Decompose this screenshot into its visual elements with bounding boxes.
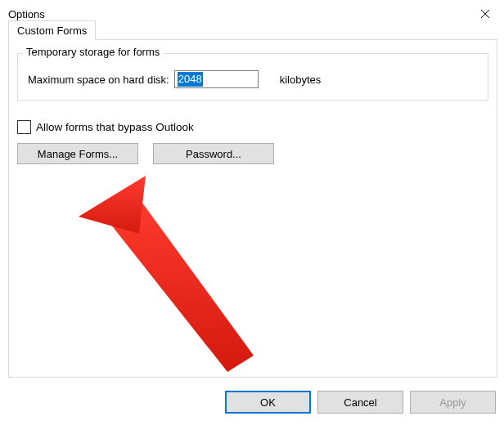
max-space-label: Maximum space on hard disk: (28, 74, 169, 86)
allow-bypass-checkbox[interactable] (17, 120, 31, 134)
unit-label: kilobytes (280, 74, 322, 86)
group-temp-storage: Temporary storage for forms Maximum spac… (17, 53, 488, 101)
tab-custom-forms[interactable]: Custom Forms (8, 20, 96, 41)
apply-button[interactable]: Apply (410, 391, 496, 414)
dialog-footer: OK Cancel Apply (225, 391, 496, 414)
max-space-value: 2048 (178, 72, 203, 87)
close-button[interactable] (466, 0, 504, 28)
ok-button[interactable]: OK (225, 391, 311, 414)
group-legend: Temporary storage for forms (23, 46, 163, 58)
cancel-button[interactable]: Cancel (317, 391, 403, 414)
allow-bypass-label: Allow forms that bypass Outlook (36, 121, 194, 133)
dialog-body: Custom Forms Temporary storage for forms… (8, 39, 497, 378)
password-button[interactable]: Password... (153, 143, 274, 164)
close-icon (480, 9, 490, 19)
window-title: Options (8, 8, 45, 20)
max-space-input[interactable]: 2048 (174, 70, 259, 88)
manage-forms-button[interactable]: Manage Forms... (17, 143, 138, 164)
